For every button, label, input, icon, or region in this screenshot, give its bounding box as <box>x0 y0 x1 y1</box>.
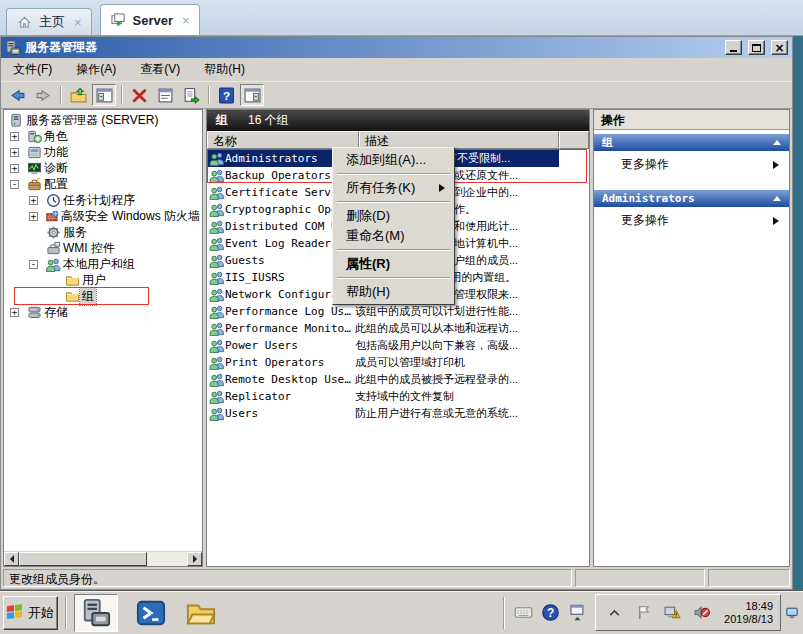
scroll-right-button[interactable] <box>187 552 202 566</box>
server-manager-icon <box>5 40 21 56</box>
maximize-button[interactable] <box>748 40 765 55</box>
group-icon <box>209 287 225 302</box>
group-description: 此组的成员可以从本地和远程访... <box>355 321 559 336</box>
context-menu-item[interactable]: 所有任务(K) <box>335 178 452 198</box>
tray-window-switch-button[interactable] <box>566 602 588 624</box>
server-manager-window: 服务器管理器 × 文件(F)操作(A)查看(V)帮助(H) ? 服务器管理器 (… <box>0 36 793 590</box>
expand-icon[interactable]: + <box>10 164 19 173</box>
group-row-Print Operators[interactable]: Print Operators成员可以管理域打印机 <box>207 354 589 371</box>
window-titlebar[interactable]: 服务器管理器 × <box>1 37 792 58</box>
help-button[interactable]: ? <box>214 84 238 106</box>
tree-item-存储[interactable]: +存储 <box>4 304 202 320</box>
group-row-Performance Monitor Users[interactable]: Performance Monitor Users此组的成员可以从本地和远程访.… <box>207 320 589 337</box>
action-section-Administrators[interactable]: Administrators <box>594 190 789 207</box>
group-row-Replicator[interactable]: Replicator支持域中的文件复制 <box>207 388 589 405</box>
group-icon <box>209 236 225 251</box>
group-icon <box>209 270 225 285</box>
tray-flag-button[interactable] <box>632 602 654 624</box>
back-button[interactable] <box>5 84 29 106</box>
group-row-Users[interactable]: Users防止用户进行有意或无意的系统... <box>207 405 589 422</box>
expand-icon[interactable]: + <box>29 196 38 205</box>
action-section-组[interactable]: 组 <box>594 134 789 151</box>
scrollbar-track[interactable] <box>19 552 187 566</box>
server-icon <box>9 113 24 128</box>
action-item-更多操作[interactable]: 更多操作 <box>594 207 789 234</box>
show-tree-button[interactable] <box>92 84 116 106</box>
status-text: 更改组成员身份。 <box>3 569 572 587</box>
menu-item[interactable]: 文件(F) <box>11 59 54 80</box>
tree-item-诊断[interactable]: +诊断 <box>4 160 202 176</box>
context-menu-item[interactable]: 添加到组(A)... <box>335 150 452 170</box>
tab-close-icon[interactable]: × <box>182 13 190 28</box>
tree-item-任务计划程序[interactable]: +任务计划程序 <box>4 192 202 208</box>
actions-sections: 组更多操作Administrators更多操作 <box>594 134 789 234</box>
tray-chevron-up-button[interactable] <box>603 602 625 624</box>
powershell-icon <box>136 598 166 628</box>
collapse-icon[interactable]: - <box>29 260 38 269</box>
collapse-icon[interactable]: - <box>10 180 19 189</box>
export-list-button[interactable] <box>179 84 203 106</box>
collapse-arrow-icon <box>773 196 781 201</box>
group-row-Power Users[interactable]: Power Users包括高级用户以向下兼容，高级... <box>207 337 589 354</box>
expand-icon[interactable]: + <box>10 148 19 157</box>
tree-item-服务器管理器 (SERVER)[interactable]: 服务器管理器 (SERVER) <box>4 112 202 128</box>
tree-item-WMI 控件[interactable]: WMI 控件 <box>4 240 202 256</box>
tray-volume-muted-button[interactable] <box>690 602 712 624</box>
tree-item-高级安全 Windows 防火墙[interactable]: +高级安全 Windows 防火墙 <box>4 208 202 224</box>
tab-主页[interactable]: 主页× <box>6 8 92 35</box>
delete-button[interactable] <box>127 84 151 106</box>
expand-icon[interactable]: + <box>10 308 19 317</box>
taskbar-explorer-button[interactable] <box>184 596 218 630</box>
group-description: 成员可以管理域打印机 <box>355 355 559 370</box>
tab-close-icon[interactable]: × <box>74 15 82 30</box>
start-button[interactable]: 开始 <box>3 596 58 630</box>
tree-item-label: WMI 控件 <box>61 240 117 257</box>
menu-item[interactable]: 帮助(H) <box>202 59 247 80</box>
context-menu-item[interactable]: 删除(D) <box>335 206 452 226</box>
submenu-arrow-icon <box>439 184 445 192</box>
expand-icon[interactable]: + <box>29 212 38 221</box>
action-item-更多操作[interactable]: 更多操作 <box>594 151 789 178</box>
list-count: 16 个组 <box>248 112 289 129</box>
tree-item-角色[interactable]: +角色 <box>4 128 202 144</box>
tree-item-服务[interactable]: 服务 <box>4 224 202 240</box>
forward-button[interactable] <box>31 84 55 106</box>
menu-item[interactable]: 查看(V) <box>138 59 182 80</box>
tray-keyboard-button[interactable] <box>512 602 534 624</box>
scroll-left-button[interactable] <box>4 552 19 566</box>
minimize-button[interactable] <box>725 40 742 55</box>
tray-network-warning-button[interactable] <box>661 602 683 624</box>
context-menu-item[interactable]: 重命名(M) <box>335 226 452 246</box>
services-icon <box>46 225 61 240</box>
properties-button[interactable] <box>153 84 177 106</box>
context-menu-item[interactable]: 属性(R) <box>335 254 452 274</box>
tree-item-用户[interactable]: 用户 <box>4 272 202 288</box>
group-icon <box>209 406 225 421</box>
context-menu-item-label: 帮助(H) <box>346 283 390 301</box>
tree-horizontal-scrollbar[interactable] <box>4 551 202 566</box>
show-desktop-button[interactable] <box>784 594 800 632</box>
action-pane-button[interactable] <box>240 84 264 106</box>
tree-item-功能[interactable]: +功能 <box>4 144 202 160</box>
tree-item-本地用户和组[interactable]: -本地用户和组 <box>4 256 202 272</box>
close-button[interactable]: × <box>771 40 788 55</box>
taskbar-powershell-button[interactable] <box>134 596 168 630</box>
tray-help-tray-button[interactable]: ? <box>539 602 561 624</box>
taskbar-clock[interactable]: 18:49 2019/8/13 <box>724 600 773 626</box>
collapse-arrow-icon <box>773 140 781 145</box>
group-row-Performance Log Users[interactable]: Performance Log Users该组中的成员可以计划进行性能... <box>207 303 589 320</box>
folder-up-button[interactable] <box>66 84 90 106</box>
tree-item-配置[interactable]: -配置 <box>4 176 202 192</box>
status-segment <box>575 569 705 587</box>
scrollbar-thumb[interactable] <box>19 552 147 566</box>
tab-Server[interactable]: Server× <box>100 4 200 35</box>
menu-item[interactable]: 操作(A) <box>74 59 118 80</box>
tree-item-组[interactable]: 组 <box>4 288 202 304</box>
tab-label: Server <box>133 13 173 28</box>
taskbar-server-manager-button[interactable] <box>74 594 118 632</box>
expand-icon[interactable]: + <box>10 132 19 141</box>
group-description: 防止用户进行有意或无意的系统... <box>355 406 559 421</box>
context-menu-item[interactable]: 帮助(H) <box>335 282 452 302</box>
context-menu: 添加到组(A)...所有任务(K)删除(D)重命名(M)属性(R)帮助(H) <box>332 147 455 305</box>
group-row-Remote Desktop Users[interactable]: Remote Desktop Users此组中的成员被授予远程登录的... <box>207 371 589 388</box>
